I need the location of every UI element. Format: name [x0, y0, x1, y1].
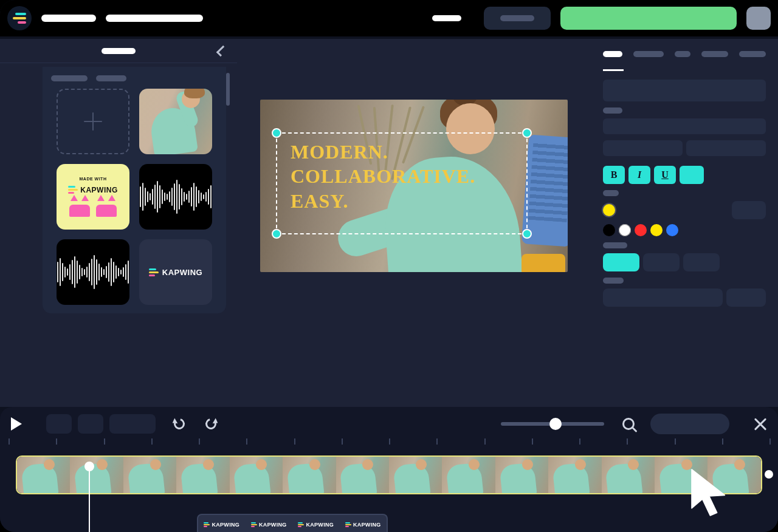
madewith-label: MADE WITH: [80, 177, 107, 181]
text-format-row: B I U: [603, 166, 766, 184]
timeline-control-1[interactable]: [46, 414, 72, 434]
timeline-control-2[interactable]: [78, 414, 103, 434]
timeline-frame: [176, 457, 229, 493]
timeline-ruler[interactable]: [9, 438, 769, 452]
header-breadcrumb-2[interactable]: [106, 15, 203, 22]
media-subtab-2[interactable]: [96, 75, 126, 81]
timeline-logo-track[interactable]: KAPWING KAPWING KAPWING KAPWING: [197, 514, 388, 532]
color-swatch[interactable]: [650, 224, 663, 236]
brand-logo-bars: [13, 13, 26, 24]
resize-handle-tl[interactable]: [272, 128, 281, 138]
prop-input-2a[interactable]: [603, 140, 683, 156]
underline-button[interactable]: U: [654, 166, 676, 184]
format-extra-button[interactable]: [680, 166, 704, 184]
italic-button[interactable]: I: [628, 166, 650, 184]
track-brand-3: KAPWING: [306, 522, 334, 528]
resize-handle-tr[interactable]: [522, 128, 532, 138]
tab-underline: [603, 69, 624, 71]
redo-icon[interactable]: [204, 417, 219, 432]
timeline-frame: [283, 457, 336, 493]
align-option-3[interactable]: [683, 253, 720, 271]
align-option-active[interactable]: [603, 253, 639, 271]
color-swatch[interactable]: [635, 224, 647, 236]
brand-logo[interactable]: [7, 6, 32, 30]
collapse-left-panel-icon[interactable]: [216, 46, 227, 56]
media-panel: MADE WITH KAPWING: [0, 39, 237, 407]
selection-bounding-box[interactable]: [276, 132, 528, 234]
prop-input-1[interactable]: [603, 118, 766, 134]
properties-tab-1[interactable]: [603, 51, 622, 57]
prop-label-color: [603, 190, 619, 196]
track-brand-1: KAPWING: [212, 522, 239, 528]
bold-button[interactable]: B: [603, 166, 625, 184]
media-tile-logo[interactable]: KAPWING: [139, 239, 212, 305]
color-swatch[interactable]: [666, 224, 678, 236]
track-brand-4: KAPWING: [353, 522, 381, 528]
timeline-frame: [548, 457, 601, 493]
timeline-frame: [389, 457, 442, 493]
play-button[interactable]: [11, 417, 22, 431]
timeline-frame: [602, 457, 655, 493]
header-primary-cta[interactable]: [560, 7, 737, 30]
plus-icon: [84, 112, 102, 131]
prop-row-1[interactable]: [603, 80, 766, 101]
color-swatch[interactable]: [603, 224, 615, 236]
prop-bottom-b[interactable]: [726, 288, 766, 307]
media-tile-video[interactable]: [139, 89, 212, 154]
header-breadcrumb-1[interactable]: [41, 15, 96, 22]
properties-tab-4[interactable]: [739, 51, 766, 57]
color-swatch-row: [603, 224, 766, 236]
media-subtab-1[interactable]: [51, 75, 88, 81]
media-tile-audio-1[interactable]: [139, 164, 212, 230]
playhead[interactable]: [89, 463, 90, 532]
timeline-frame: [336, 457, 389, 493]
prop-label-align: [603, 242, 627, 248]
brand-name: KAPWING: [80, 186, 118, 194]
canvas-area: MODERN. COLLABORATIVE. EASY.: [237, 39, 591, 407]
timeline-frame: [442, 457, 495, 493]
media-panel-scrollbar[interactable]: [226, 73, 230, 106]
add-media-tile[interactable]: [57, 89, 129, 154]
undo-icon[interactable]: [172, 417, 187, 432]
prop-bottom-a[interactable]: [603, 288, 723, 307]
timeline-frame: [17, 457, 70, 493]
media-tab-active[interactable]: [102, 48, 136, 54]
media-panel-tabs: [0, 39, 237, 63]
timeline-frame: [70, 457, 123, 493]
properties-panel: B I U: [591, 39, 778, 407]
prop-label-1: [603, 107, 622, 114]
header-avatar[interactable]: [746, 7, 771, 30]
header-action-2[interactable]: [484, 7, 551, 30]
media-tile-audio-2[interactable]: [57, 239, 129, 305]
media-tile-watermark[interactable]: MADE WITH KAPWING: [57, 164, 129, 230]
prop-label-bottom: [603, 278, 624, 284]
timeline-search-input[interactable]: [650, 414, 729, 434]
timeline-video-clip[interactable]: [16, 455, 762, 494]
zoom-slider-thumb[interactable]: [549, 418, 562, 430]
resize-handle-bl[interactable]: [272, 229, 281, 239]
properties-tab-2[interactable]: [633, 51, 664, 57]
properties-tabs: [603, 51, 766, 57]
header-action-1[interactable]: [419, 7, 474, 30]
resize-handle-br[interactable]: [522, 229, 532, 239]
timeline-controls: [0, 412, 778, 436]
timeline-frame: [495, 457, 548, 493]
color-swatch-selected[interactable]: [603, 204, 615, 216]
app-header: [0, 0, 778, 36]
track-brand-2: KAPWING: [259, 522, 287, 528]
color-swatch[interactable]: [619, 224, 631, 236]
close-timeline-icon[interactable]: [754, 417, 767, 431]
timeline-control-3[interactable]: [109, 414, 156, 434]
video-canvas[interactable]: MODERN. COLLABORATIVE. EASY.: [260, 100, 568, 272]
align-option-2[interactable]: [643, 253, 680, 271]
cursor-icon: [687, 466, 735, 521]
timeline-frame: [123, 457, 176, 493]
prop-input-2b[interactable]: [686, 140, 766, 156]
search-icon[interactable]: [622, 418, 635, 430]
zoom-slider[interactable]: [501, 422, 604, 426]
timeline-frame: [230, 457, 283, 493]
timeline-panel: KAPWING KAPWING KAPWING KAPWING: [0, 407, 778, 532]
brand-name-dark: KAPWING: [162, 268, 202, 277]
properties-tab-3[interactable]: [701, 51, 728, 57]
color-input[interactable]: [732, 201, 766, 219]
